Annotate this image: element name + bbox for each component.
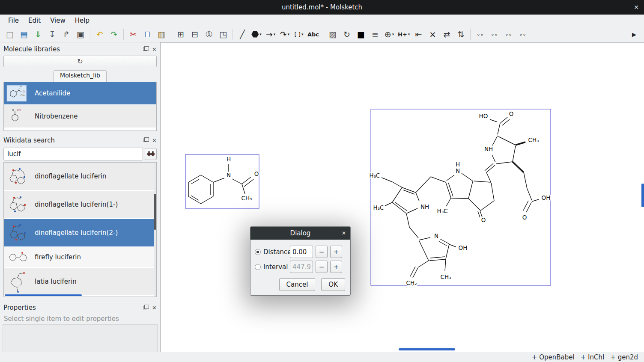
remove-hydrogen-tool[interactable]: ⇤ bbox=[412, 28, 425, 41]
luciferin-drawing[interactable]: HOONHCH₃OHOHNH₃CH₃CNHH₃CONOHCH₃CH₂ bbox=[370, 109, 551, 286]
dropdown-arrow-icon[interactable]: ▾ bbox=[392, 32, 394, 36]
line-width-tool[interactable]: ≡ bbox=[369, 28, 382, 41]
close-icon[interactable]: ✕ bbox=[152, 305, 157, 311]
text-tool[interactable]: Abc bbox=[307, 28, 320, 41]
search-input[interactable] bbox=[3, 148, 143, 160]
color-swatch-button[interactable]: ■ bbox=[355, 28, 367, 41]
zoom-out-button[interactable]: ⊟ bbox=[188, 28, 201, 41]
export-document-button[interactable]: ↱ bbox=[60, 28, 73, 41]
rotate-tool[interactable]: ↻ bbox=[340, 28, 353, 41]
menu-edit[interactable]: Edit bbox=[24, 15, 45, 26]
close-icon[interactable]: ✕ bbox=[152, 137, 157, 144]
dialog-titlebar[interactable]: Dialog ✕ bbox=[250, 227, 350, 240]
diradical-tool[interactable]: ∘∘ bbox=[516, 28, 529, 41]
undock-icon[interactable] bbox=[143, 139, 147, 142]
canvas-horizontal-scrollbar[interactable] bbox=[399, 348, 455, 350]
paste-button[interactable]: ▥ bbox=[155, 28, 168, 41]
hash-pattern-tool[interactable]: ▨ bbox=[326, 28, 339, 41]
lone-pair-tool[interactable]: ∘∘ bbox=[474, 28, 486, 41]
dialog-title: Dialog bbox=[290, 229, 311, 237]
distance-increment-button[interactable]: + bbox=[330, 246, 342, 258]
close-icon[interactable]: ✕ bbox=[152, 46, 157, 53]
zoom-fit-button[interactable]: ◳ bbox=[217, 28, 230, 41]
bond bbox=[440, 239, 449, 244]
atom-label: CH₂ bbox=[406, 279, 417, 286]
atom-label: O bbox=[254, 170, 259, 177]
window-close-button[interactable]: ✕ bbox=[634, 4, 639, 11]
print-document-button[interactable]: ▣ bbox=[74, 28, 87, 41]
dropdown-arrow-icon[interactable]: ▾ bbox=[288, 32, 290, 36]
canvas[interactable]: HNOCH₃HOONHCH₃OHOHNH₃CH₃CNHH₃CONOHCH₃CH₂… bbox=[160, 42, 644, 352]
curved-arrow-tool[interactable]: ↷▾ bbox=[278, 28, 291, 41]
bond bbox=[478, 211, 480, 217]
save-document-button[interactable]: ⇓ bbox=[32, 28, 45, 41]
charge-tool[interactable]: ⊕▾ bbox=[383, 28, 396, 41]
wikidata-scrollbar-handle[interactable] bbox=[154, 194, 156, 230]
dropdown-arrow-icon[interactable]: ▾ bbox=[259, 32, 262, 36]
list-item-label: latia luciferin bbox=[35, 278, 77, 285]
list-item-label: Nitrobenzene bbox=[35, 113, 78, 120]
flip-vertical-tool[interactable]: ⇅ bbox=[454, 28, 467, 41]
dropdown-arrow-icon[interactable]: ▾ bbox=[274, 32, 276, 36]
redo-button[interactable]: ↷ bbox=[107, 28, 120, 41]
ring-tool[interactable]: ▾ bbox=[250, 28, 263, 41]
refresh-libraries-button[interactable]: ↻ bbox=[3, 56, 157, 67]
radical-electron-tool[interactable]: ∘∘ bbox=[488, 28, 501, 41]
flip-horizontal-tool[interactable]: ⇄ bbox=[440, 28, 453, 41]
interval-increment-button[interactable]: + bbox=[330, 261, 342, 273]
copy-button[interactable] bbox=[141, 28, 154, 41]
list-item[interactable]: firefly luciferin bbox=[4, 247, 156, 268]
zoom-in-button[interactable]: ⊞ bbox=[174, 28, 187, 41]
lone-pair-tool-icon: ∘∘ bbox=[477, 32, 483, 37]
main-area: Molecule libraries ✕ ↻ Molsketch_lib HOC… bbox=[0, 42, 644, 352]
arrow-tool[interactable]: →▾ bbox=[264, 28, 277, 41]
undock-icon[interactable] bbox=[143, 306, 147, 309]
properties-panel: Properties ✕ Select single item to edit … bbox=[0, 303, 160, 352]
toolbar-extension-button[interactable]: ▶ bbox=[628, 28, 641, 41]
bracket-tool[interactable]: [ ]▾ bbox=[292, 28, 305, 41]
list-item[interactable]: HOCH₃Acetanilide bbox=[4, 82, 156, 105]
cancel-button[interactable]: Cancel bbox=[279, 278, 316, 291]
menu-help[interactable]: Help bbox=[70, 15, 94, 26]
electron-pair-tool[interactable]: ∘∘ bbox=[502, 28, 515, 41]
canvas-vertical-scrollbar[interactable] bbox=[641, 184, 644, 207]
list-item[interactable]: dinoflagellate luciferin bbox=[4, 163, 156, 191]
list-item[interactable]: dinoflagellate luciferin(1-) bbox=[4, 191, 156, 219]
distance-input[interactable] bbox=[290, 246, 313, 258]
open-document-button[interactable]: ▤ bbox=[18, 28, 30, 41]
bond bbox=[382, 178, 392, 182]
bond bbox=[213, 178, 224, 182]
interval-radio[interactable] bbox=[255, 264, 261, 270]
distance-radio[interactable] bbox=[255, 249, 261, 255]
paste-button-icon: ▥ bbox=[158, 30, 165, 39]
menu-file[interactable]: File bbox=[3, 15, 24, 26]
save-as-document-button[interactable]: ↧ bbox=[46, 28, 59, 41]
delete-tool[interactable]: × bbox=[426, 28, 439, 41]
dropdown-arrow-icon[interactable]: ▾ bbox=[408, 32, 410, 36]
search-button[interactable] bbox=[145, 148, 157, 160]
distance-decrement-button[interactable]: − bbox=[316, 246, 328, 258]
new-document-button[interactable]: □ bbox=[3, 28, 16, 41]
draw-bond-tool[interactable]: ╱ bbox=[236, 28, 249, 41]
wikidata-horizontal-scrollbar[interactable] bbox=[5, 294, 82, 296]
acetanilide-drawing[interactable]: HNOCH₃ bbox=[185, 154, 259, 208]
cut-button[interactable]: ✂ bbox=[127, 28, 140, 41]
new-document-button-icon: □ bbox=[6, 30, 14, 39]
atom-label: NH bbox=[420, 203, 429, 210]
dialog-close-button[interactable]: ✕ bbox=[342, 230, 346, 236]
ok-button[interactable]: OK bbox=[321, 278, 345, 291]
list-item[interactable]: OOHNitrobenzene bbox=[4, 105, 156, 128]
bond bbox=[480, 201, 494, 211]
dropdown-arrow-icon[interactable]: ▾ bbox=[301, 32, 304, 36]
menu-view[interactable]: View bbox=[45, 15, 70, 26]
atom-label: H₃C bbox=[370, 172, 380, 179]
add-hydrogen-tool[interactable]: H+▾ bbox=[397, 28, 411, 41]
zoom-original-button[interactable]: ① bbox=[203, 28, 215, 41]
list-item[interactable]: dinoflagellate luciferin(2-) bbox=[4, 219, 156, 247]
tab-molsketch-lib[interactable]: Molsketch_lib bbox=[54, 70, 107, 82]
undock-icon[interactable] bbox=[143, 47, 147, 51]
undo-button[interactable]: ↶ bbox=[93, 28, 106, 41]
list-item[interactable]: latia luciferin bbox=[4, 268, 156, 296]
interval-decrement-button[interactable]: − bbox=[316, 261, 328, 273]
window-title: untitled.mol* - Molsketch bbox=[0, 3, 644, 11]
